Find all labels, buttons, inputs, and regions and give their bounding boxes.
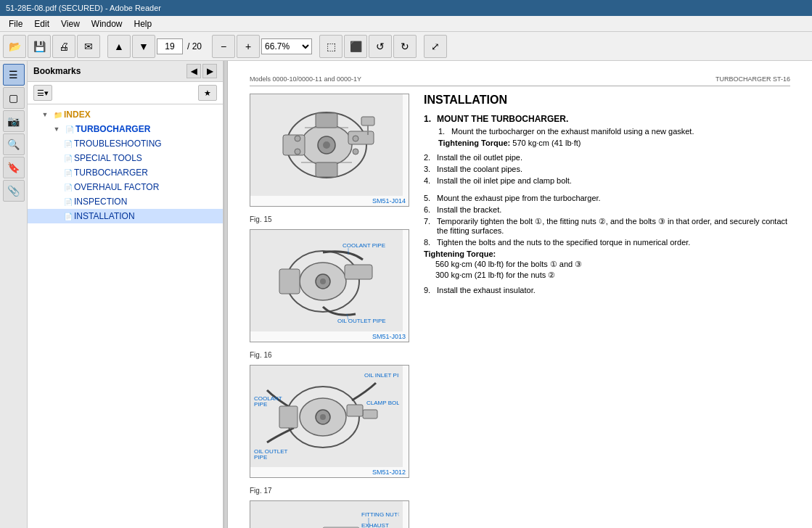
menu-window[interactable]: Window <box>86 17 128 30</box>
figure-15-box: SM51-J014 <box>250 94 409 207</box>
figure-18-img: FITTING NUT② EXHAUST INSULATOR EXHAUST <box>250 501 403 528</box>
step-5-num: 5. <box>424 194 437 202</box>
bookmark-overhaul-factor-label: OVERHAUL FACTOR <box>74 182 220 192</box>
figure-18-svg: FITTING NUT② EXHAUST INSULATOR EXHAUST <box>254 506 399 528</box>
step-3-num: 3. <box>424 165 437 173</box>
fit-page-button[interactable]: ⬛ <box>344 35 367 58</box>
step-1-num: 1. <box>424 114 437 124</box>
bookmark-panel-tool[interactable]: 🔖 <box>3 157 25 178</box>
step-2-num: 2. <box>424 153 437 162</box>
rotate-left-button[interactable]: ↺ <box>369 35 392 58</box>
left-tools: ☰ ▢ 📷 🔍 🔖 📎 <box>0 61 28 528</box>
bookmark-add-button[interactable]: ★ <box>198 85 217 101</box>
nav-left-button[interactable]: ◀ <box>186 64 201 78</box>
bookmark-overhaul-factor[interactable]: 📄 OVERHAUL FACTOR <box>28 180 223 194</box>
fig-17-caption: Fig. 17 <box>250 487 409 495</box>
bookmark-index[interactable]: ▼ 📁 INDEX <box>28 107 223 122</box>
folder-icon-2: 📄 <box>64 123 75 135</box>
page-input[interactable] <box>157 38 183 54</box>
bookmark-troubleshooting-label: TROUBLESHOOTING <box>74 139 220 149</box>
svg-rect-21 <box>345 265 372 279</box>
step-8-text: Tighten the bolts and the nuts to the sp… <box>437 238 690 247</box>
page-icon-2: 📄 <box>62 152 74 164</box>
svg-text:PIPE: PIPE <box>254 454 267 461</box>
step-4-text: Install the oil inlet pipe and clamp bol… <box>437 176 572 185</box>
figure-18-box: FITTING NUT② EXHAUST INSULATOR EXHAUST <box>250 500 409 528</box>
page-header-right: TURBOCHARGER ST-16 <box>715 75 790 83</box>
tightening-bolts: 560 kg·cm (40 lb·ft) for the bolts ① and… <box>424 260 790 269</box>
menu-view[interactable]: View <box>55 17 86 30</box>
figure-16-box: COOLANT PIPE OIL OUTLET PIPE SM51-J013 <box>250 229 409 342</box>
zoom-out-button[interactable]: − <box>212 35 235 58</box>
menu-edit[interactable]: Edit <box>28 17 55 30</box>
rotate-right-button[interactable]: ↻ <box>393 35 417 58</box>
prev-page-button[interactable]: ▲ <box>107 35 131 58</box>
expand-icon: ▼ <box>39 109 51 120</box>
svg-point-39 <box>320 414 326 420</box>
toolbar: 📂 💾 🖨 ✉ ▲ ▼ / 20 − + 66.7% 75% 100% 125%… <box>0 32 812 61</box>
select-tool[interactable]: ▢ <box>3 87 25 109</box>
print-button[interactable]: 🖨 <box>52 35 75 58</box>
save-button[interactable]: 💾 <box>28 35 51 58</box>
step-1-label: MOUNT THE TURBOCHARGER. <box>437 114 568 124</box>
bookmarks-title: Bookmarks <box>33 66 81 76</box>
snapshot-tool[interactable]: 📷 <box>3 110 25 132</box>
figures-column: SM51-J014 Fig. 15 <box>250 94 409 528</box>
step-9-num: 9. <box>424 286 437 294</box>
figure-17-svg: OIL INLET PIPE CLAMP BOLT COOLANT PIPE <box>254 370 399 463</box>
figure-15-svg <box>254 99 399 191</box>
svg-rect-4 <box>348 131 374 144</box>
bookmark-special-tools[interactable]: 📄 SPECIAL TOOLS <box>28 151 223 165</box>
bookmark-turbocharger-child-label: TURBOCHARGER <box>74 168 220 178</box>
svg-text:FITTING NUT②: FITTING NUT② <box>361 511 399 518</box>
pdf-page: Models 0000-10/0000-11 and 0000-1Y TURBO… <box>228 61 812 528</box>
hand-tool[interactable]: ☰ <box>3 64 25 86</box>
bookmark-inspection[interactable]: 📄 INSPECTION <box>28 194 223 209</box>
svg-point-12 <box>353 136 358 141</box>
bookmark-turbocharger-parent[interactable]: ▼ 📄 TURBOCHARGER <box>28 122 223 136</box>
fullscreen-button[interactable]: ⤢ <box>424 35 447 58</box>
bookmarks-panel: Bookmarks ◀ ▶ ☰▾ ★ ▼ 📁 INDEX ▼ 📄 TU <box>28 61 223 528</box>
svg-text:EXHAUST: EXHAUST <box>361 522 389 528</box>
step-5-text: Mount the exhaust pipe from the turbocha… <box>437 194 601 202</box>
figure-17-label: SM51-J012 <box>250 467 409 477</box>
search-tool[interactable]: 🔍 <box>3 133 25 155</box>
bookmark-turbocharger-child[interactable]: 📄 TURBOCHARGER <box>28 165 223 180</box>
page-total: / 20 <box>184 41 205 51</box>
bookmark-inspection-label: INSPECTION <box>74 197 220 207</box>
bookmark-turbocharger-parent-label: TURBOCHARGER <box>75 124 220 134</box>
menu-help[interactable]: Help <box>128 17 158 30</box>
installation-title: INSTALLATION <box>424 94 790 107</box>
title-bar: 51-28E-08.pdf (SECURED) - Adobe Reader <box>0 0 812 16</box>
nav-right-button[interactable]: ▶ <box>202 64 217 78</box>
email-button[interactable]: ✉ <box>77 35 100 58</box>
zoom-select[interactable]: 66.7% 75% 100% 125% 150% <box>261 38 312 54</box>
page-icon-3: 📄 <box>62 167 74 178</box>
pdf-area[interactable]: Models 0000-10/0000-11 and 0000-1Y TURBO… <box>228 61 812 528</box>
svg-point-8 <box>323 141 330 149</box>
main-layout: ☰ ▢ 📷 🔍 🔖 📎 Bookmarks ◀ ▶ ☰▾ ★ ▼ 📁 IN <box>0 61 812 528</box>
page-icon-6: 📄 <box>62 210 74 222</box>
bookmark-installation[interactable]: 📄 INSTALLATION <box>28 209 223 223</box>
bookmark-options-button[interactable]: ☰▾ <box>33 85 52 101</box>
next-page-button[interactable]: ▼ <box>132 35 155 58</box>
bookmark-installation-label: INSTALLATION <box>74 211 220 221</box>
svg-point-14 <box>353 149 358 154</box>
open-button[interactable]: 📂 <box>3 35 26 58</box>
svg-rect-3 <box>283 135 305 155</box>
step-3-text: Install the coolant pipes. <box>437 165 522 173</box>
bookmark-troubleshooting[interactable]: 📄 TROUBLESHOOTING <box>28 136 223 151</box>
step-6: 6. Install the bracket. <box>424 205 790 214</box>
step-2-text: Install the oil outlet pipe. <box>437 153 522 162</box>
svg-rect-15 <box>361 117 374 125</box>
comment-tool[interactable]: 📎 <box>3 180 25 202</box>
step-1-sub-text: Mount the turbocharger on the exhaust ma… <box>451 127 694 136</box>
menu-file[interactable]: File <box>3 17 28 30</box>
bookmark-special-tools-label: SPECIAL TOOLS <box>74 153 220 163</box>
step-1-tightening: Tightening Torque: 570 kg·cm (41 lb·ft) <box>424 139 790 147</box>
zoom-in-button[interactable]: + <box>237 35 260 58</box>
tightening-label-1: Tightening Torque: <box>438 139 510 147</box>
page-icon-4: 📄 <box>62 181 74 193</box>
fit-width-button[interactable]: ⬚ <box>319 35 343 58</box>
step-1-main: 1. MOUNT THE TURBOCHARGER. <box>424 114 790 124</box>
